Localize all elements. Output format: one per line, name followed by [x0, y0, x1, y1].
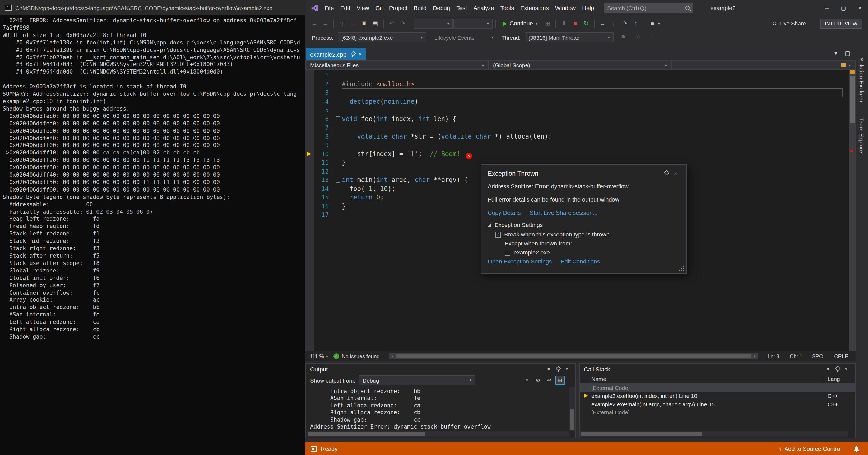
code-line-2[interactable]: 2#include <malloc.h> — [306, 80, 855, 88]
output-horizontal-scrollbar[interactable] — [307, 431, 569, 437]
start-live-share-link[interactable]: Start Live Share session... — [530, 209, 598, 216]
code-health-indicator[interactable]: ✓ No issues found — [333, 353, 379, 359]
copy-details-link[interactable]: Copy Details — [488, 209, 521, 216]
scroll-right-icon[interactable]: ▸ — [752, 354, 758, 358]
new-file-icon[interactable]: ▯ — [337, 18, 347, 29]
window-menu-icon[interactable]: ▾ — [824, 365, 833, 373]
menu-tools[interactable]: Tools — [497, 3, 517, 13]
scroll-left-icon[interactable]: ◂ — [389, 354, 396, 358]
except-module-checkbox[interactable] — [505, 250, 510, 255]
side-tab-team-explorer[interactable]: Team Explorer — [859, 117, 865, 155]
step-out-icon[interactable]: ↑ — [631, 18, 641, 29]
fold-collapse-icon[interactable]: − — [336, 178, 340, 182]
messages-icon[interactable]: ≡ — [522, 376, 532, 385]
add-to-source-control-button[interactable]: ↑ Add to Source Control — [779, 446, 842, 452]
lifecycle-events-dropdown[interactable]: Lifecycle Events ▾ — [431, 32, 497, 42]
resize-grip[interactable] — [683, 270, 684, 271]
code-line-1[interactable]: 1 — [306, 71, 855, 80]
code-line-9[interactable]: 9 — [306, 141, 855, 149]
live-share-button[interactable]: ↻ Live Share — [772, 20, 806, 26]
int-preview-button[interactable]: INT PREVIEW — [820, 18, 862, 28]
menu-project[interactable]: Project — [386, 3, 411, 13]
code-line-4[interactable]: 4__declspec(noinline) — [306, 97, 855, 106]
editor-horizontal-scrollbar[interactable]: ◂ ▸ — [389, 353, 758, 359]
callstack-frame-row[interactable]: [External Code] — [580, 383, 855, 392]
fold-collapse-icon[interactable]: − — [336, 117, 340, 121]
exception-close-icon[interactable]: × — [671, 170, 680, 177]
step-over-icon[interactable]: ↷ — [620, 18, 630, 29]
redo-icon[interactable]: ↷ — [397, 18, 408, 29]
chevron-down-icon[interactable]: ▾ — [658, 21, 660, 26]
restart-icon[interactable]: ↻ — [581, 18, 592, 29]
callstack-horizontal-scrollbar[interactable] — [580, 431, 848, 437]
pin-panel-icon[interactable] — [553, 365, 562, 373]
diagnostic-tools-icon[interactable]: ⊞ — [542, 18, 553, 29]
window-layout-icon[interactable]: ▢ — [842, 48, 853, 58]
open-file-icon[interactable]: ▭ — [348, 18, 358, 29]
scrollbar-thumb[interactable] — [570, 409, 574, 430]
file-health-indicator[interactable] — [841, 63, 845, 67]
output-titlebar[interactable]: Output ▾ × — [306, 364, 576, 375]
callstack-frame-row[interactable]: example2.exe!foo(int index, int len) Lin… — [580, 392, 855, 400]
menu-file[interactable]: File — [321, 3, 337, 13]
tab-example2-cpp[interactable]: example2.cpp × — [306, 48, 366, 60]
scrollbar-thumb[interactable] — [581, 432, 702, 436]
output-source-dropdown[interactable]: Debug ▾ — [359, 375, 475, 385]
stop-debugging-icon[interactable]: ■ — [570, 18, 581, 29]
member-dropdown[interactable]: ▾ — [672, 61, 855, 69]
scope-dropdown[interactable]: (Global Scope) ▾ — [489, 61, 672, 69]
console-titlebar[interactable]: C:\MSDN\cpp-docs-pr\docs\c-language\ASAN… — [0, 0, 306, 15]
menu-help[interactable]: Help — [579, 3, 597, 13]
callstack-frame-row[interactable]: [External Code] — [580, 408, 855, 416]
background-tasks-icon[interactable] — [311, 446, 316, 452]
error-indicator-icon[interactable]: × — [466, 153, 472, 159]
search-box[interactable]: Search (Ctrl+Q) — [603, 3, 693, 13]
zoom-dropdown[interactable]: 111 % ▾ — [310, 353, 328, 359]
save-all-icon[interactable]: ▤ — [370, 18, 380, 29]
close-panel-icon[interactable]: × — [842, 365, 850, 373]
pin-panel-icon[interactable] — [833, 365, 842, 373]
output-vertical-scrollbar[interactable] — [569, 387, 575, 431]
pin-tab-icon[interactable] — [350, 52, 355, 57]
maximize-button[interactable]: ▢ — [835, 0, 851, 16]
code-line-3[interactable]: 3 — [306, 88, 855, 97]
menu-view[interactable]: View — [353, 3, 372, 13]
solution-configurations-dropdown[interactable]: ▾ — [414, 18, 453, 28]
menu-test[interactable]: Test — [453, 3, 470, 13]
edit-conditions-link[interactable]: Edit Conditions — [561, 258, 600, 264]
menu-analyze[interactable]: Analyze — [470, 3, 497, 13]
navigate-forward-icon[interactable]: → — [320, 18, 331, 29]
menu-window[interactable]: Window — [552, 3, 579, 13]
unflag-thread-icon[interactable]: ⚐ — [632, 32, 643, 42]
code-map-icon[interactable]: ≡ — [647, 18, 658, 29]
scrollbar-thumb[interactable] — [849, 76, 854, 123]
undo-icon[interactable]: ↶ — [386, 18, 397, 29]
step-into-icon[interactable]: ↓ — [609, 18, 619, 29]
break-all-icon[interactable]: ‖ — [559, 18, 569, 29]
word-wrap-icon[interactable]: ↩ — [544, 376, 554, 385]
callstack-frame-row[interactable]: example2.exe!main(int argc, char * * arg… — [580, 400, 855, 408]
code-editor[interactable]: 12#include <malloc.h>34__declspec(noinli… — [306, 70, 855, 351]
minimize-button[interactable]: ─ — [819, 0, 835, 16]
break-on-exception-checkbox[interactable] — [495, 231, 501, 237]
autoscroll-toggle-icon[interactable]: ⊞ — [555, 376, 565, 385]
code-line-6[interactable]: 6−void foo(int index, int len) { — [306, 115, 855, 123]
navigate-back-icon[interactable]: ← — [309, 18, 320, 29]
code-line-7[interactable]: 7 — [306, 123, 855, 132]
menu-git[interactable]: Git — [372, 3, 386, 13]
save-icon[interactable]: ▣ — [359, 18, 369, 29]
menu-build[interactable]: Build — [410, 3, 430, 13]
close-button[interactable]: × — [851, 0, 868, 16]
menu-extensions[interactable]: Extensions — [517, 3, 552, 13]
scrollbar-thumb[interactable] — [308, 432, 426, 436]
menu-edit[interactable]: Edit — [337, 3, 353, 13]
stack-frame-icon[interactable]: ≡ — [647, 32, 658, 42]
window-menu-icon[interactable]: ▾ — [544, 365, 553, 373]
show-next-statement-icon[interactable]: → — [597, 18, 608, 29]
menu-debug[interactable]: Debug — [430, 3, 453, 13]
callstack-column-headers[interactable]: Name Lang — [580, 375, 855, 383]
callstack-titlebar[interactable]: Call Stack ▾ × — [580, 364, 855, 375]
notifications-bell-icon[interactable] — [852, 445, 861, 453]
process-dropdown[interactable]: [6248] example2.exe ▾ — [338, 32, 427, 42]
flag-thread-icon[interactable]: ⚑ — [618, 32, 628, 42]
